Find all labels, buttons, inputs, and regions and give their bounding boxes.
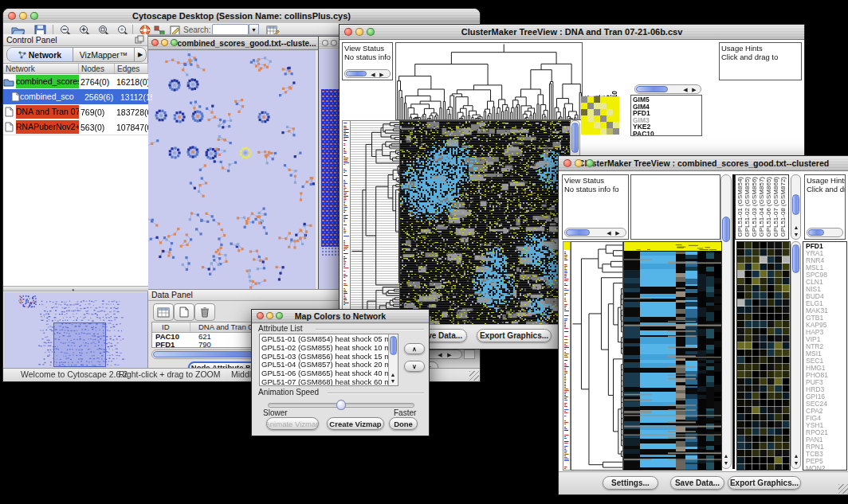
tab-overflow-arrow-icon[interactable]: ▶ — [134, 48, 146, 61]
zoom-window-icon[interactable] — [30, 12, 38, 20]
treeview2-main-vscrollbar[interactable]: ▲ ▼ — [720, 174, 732, 469]
column-header-id[interactable]: ID — [152, 322, 190, 332]
main-titlebar[interactable]: Cytoscape Desktop (Session Name: collins… — [3, 9, 480, 24]
scroll-up-icon[interactable]: ▲ — [389, 372, 397, 377]
export-graphics-button[interactable]: Export Graphics... — [477, 329, 552, 342]
scrollbar-thumb[interactable] — [792, 244, 799, 273]
zoom-window-icon[interactable] — [276, 312, 283, 319]
gene-name-list[interactable]: PFD1YRA1RNR4MSL1SPC98CLN1NIS1BUD4ELG1MAK… — [803, 241, 847, 471]
panel-divider-handle[interactable]: ● — [3, 286, 148, 291]
close-icon[interactable] — [257, 312, 264, 319]
scroll-right-icon[interactable]: ▶ — [378, 72, 386, 77]
minimize-icon[interactable] — [575, 159, 583, 167]
gene-name[interactable]: MON2 — [806, 465, 846, 471]
overview-viewport-rect[interactable] — [53, 322, 106, 367]
network-table-row[interactable]: DNA and Tran 07769(0)183728(0) — [3, 104, 148, 119]
zoom-window-icon[interactable] — [367, 28, 375, 36]
treeview2-row-dendrogram[interactable] — [571, 241, 623, 471]
tab-vizmapper[interactable]: VizMapper™ — [73, 48, 134, 61]
zoom-window-icon[interactable] — [586, 159, 594, 167]
slider-thumb[interactable] — [336, 400, 346, 410]
treeview2-zoom-heatmap[interactable] — [736, 241, 791, 471]
save-data-button[interactable]: Save Data... — [670, 476, 724, 490]
treeview1-heatmap[interactable] — [399, 120, 571, 325]
new-attribute-icon[interactable] — [174, 303, 194, 321]
scrollbar-thumb[interactable] — [346, 71, 367, 76]
network-table-row[interactable]: combined_sco2569(6)13112(15) — [3, 89, 148, 104]
animate-vizmap-button[interactable]: Animate Vizmap — [266, 417, 319, 430]
cluster-row-label[interactable]: PAC10 — [633, 131, 700, 137]
scrollbar-thumb[interactable] — [808, 229, 824, 236]
scrollbar-thumb[interactable] — [566, 229, 590, 236]
network-table-row[interactable]: combined_scores2764(0)16218(0) — [3, 74, 148, 89]
column-header-edges[interactable]: Edges — [115, 64, 148, 73]
minimize-icon[interactable] — [19, 12, 27, 20]
scrollbar-thumb[interactable] — [722, 217, 730, 242]
close-icon[interactable] — [344, 28, 352, 36]
scroll-down-icon[interactable]: ▼ — [792, 460, 800, 466]
search-input[interactable] — [212, 24, 249, 35]
scroll-down-icon[interactable]: ▼ — [792, 232, 800, 237]
minimize-icon[interactable] — [266, 312, 273, 319]
scroll-left-icon[interactable]: ◀ — [369, 72, 377, 77]
export-graphics-button[interactable]: Export Graphics... — [728, 476, 801, 490]
network-table-row[interactable]: RNAPuberNov2+563(0)107847(0) — [3, 119, 148, 135]
move-down-button[interactable]: ∨ — [404, 361, 425, 372]
genes-vscrollbar[interactable]: ▲ ▼ — [791, 241, 801, 469]
minimize-icon[interactable] — [331, 40, 337, 46]
network-overview-panel[interactable] — [4, 292, 147, 369]
scroll-down-icon[interactable]: ▼ — [389, 378, 397, 384]
scroll-left-icon[interactable]: ◀ — [681, 87, 689, 92]
resize-grip[interactable] — [469, 371, 479, 381]
scrollbar-thumb[interactable] — [636, 86, 668, 92]
animation-speed-slider[interactable] — [268, 403, 414, 408]
scroll-up-icon[interactable]: ▲ — [792, 453, 800, 459]
treeview2-column-dendrogram[interactable] — [630, 174, 720, 240]
scroll-down-icon[interactable]: ▼ — [722, 460, 730, 466]
treeview1-row-dendrogram[interactable] — [350, 120, 401, 325]
cluster-correlation-matrix[interactable] — [581, 96, 619, 135]
close-icon[interactable] — [151, 39, 159, 46]
delete-attribute-icon[interactable] — [194, 303, 215, 321]
attribute-list-item[interactable]: GPL51-07 (GSM868) heat shock 60 min — [261, 378, 396, 386]
scrollbar-thumb[interactable] — [571, 123, 579, 153]
close-icon[interactable] — [322, 40, 328, 46]
scroll-up-icon[interactable]: ▲ — [792, 225, 800, 230]
attribute-listbox[interactable]: GPL51-01 (GSM854) heat shock 05 minGPL51… — [259, 334, 398, 386]
labels-vscrollbar[interactable]: ▲ ▼ — [791, 174, 801, 240]
search-dropdown-button[interactable]: ▼ — [249, 24, 259, 35]
scrollbar-thumb[interactable] — [792, 194, 799, 215]
minimize-icon[interactable] — [161, 39, 168, 46]
tab-network[interactable]: Network — [7, 48, 73, 61]
minimize-icon[interactable] — [355, 28, 363, 36]
create-vizmap-button[interactable]: Create Vizmap — [327, 417, 384, 430]
view-status-hscrollbar[interactable]: ◀ ▶ — [564, 228, 626, 237]
scroll-left-icon[interactable]: ◀ — [436, 352, 444, 357]
scroll-right-icon[interactable]: ▶ — [614, 230, 622, 236]
window-controls[interactable] — [8, 12, 38, 20]
treeview1-column-dendrogram[interactable] — [395, 42, 583, 120]
treeview2-titlebar[interactable]: ClusterMaker TreeView : combined_scores_… — [559, 156, 848, 171]
scroll-left-icon[interactable]: ◀ — [605, 230, 613, 236]
zoom-window-icon[interactable] — [171, 39, 178, 46]
select-attributes-icon[interactable] — [153, 303, 174, 321]
attribute-list-item[interactable]: GPL51-02 (GSM855) heat shock 10 min — [261, 344, 396, 353]
treeview2-heatmap[interactable] — [623, 241, 722, 471]
float-panel-icon[interactable] — [135, 35, 144, 45]
close-icon[interactable] — [563, 159, 571, 167]
resize-grip[interactable] — [838, 484, 848, 494]
settings-button[interactable]: Settings... — [603, 476, 658, 490]
column-header-network[interactable]: Network — [3, 64, 79, 73]
cluster-panel-hscrollbar[interactable]: ◀ ▶ — [634, 84, 701, 94]
treeview1-titlebar[interactable]: ClusterMaker TreeView : DNA and Tran 07-… — [340, 25, 804, 40]
scrollbar-thumb[interactable] — [390, 336, 397, 355]
close-icon[interactable] — [8, 12, 16, 20]
view-status-hscrollbar[interactable]: ◀ ▶ — [344, 69, 391, 78]
scroll-up-icon[interactable]: ▲ — [722, 453, 730, 459]
move-up-button[interactable]: ∧ — [404, 343, 425, 354]
scroll-right-icon[interactable]: ▶ — [690, 87, 698, 92]
attribute-list-vscrollbar[interactable]: ▲ ▼ — [388, 334, 398, 385]
done-button[interactable]: Done — [389, 417, 418, 430]
usage-hints-hscrollbar[interactable] — [807, 228, 843, 237]
network-canvas[interactable] — [147, 50, 316, 289]
